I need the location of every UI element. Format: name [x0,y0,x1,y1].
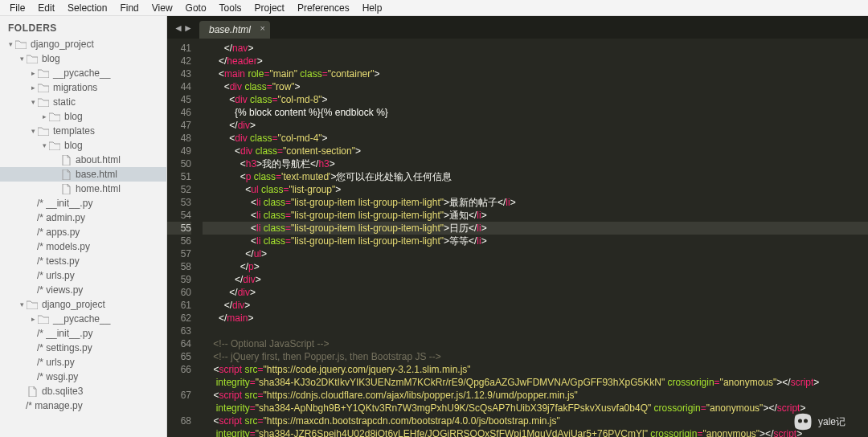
code-line-wrap[interactable]: integrity="sha384-JZR6Spejh4U02d8jOt6vLE… [203,427,868,437]
folder-item-static[interactable]: ▾static [0,95,166,109]
code-line[interactable]: </ul> [203,247,868,260]
folder-item-blog[interactable]: ▾blog [0,51,166,66]
tree-arrow-icon[interactable]: ▸ [29,84,37,92]
file-item--urls-py[interactable]: /* urls.py [0,355,166,370]
tree-label: static [53,96,76,108]
tab-nav-arrows[interactable]: ◄ ► [170,22,196,39]
folder-item-__pycache__[interactable]: ▸__pycache__ [0,312,166,326]
code-line[interactable]: {% block content %}{% endblock %} [203,106,868,119]
source-code[interactable]: </nav> </header> <main role="main" class… [196,39,868,437]
code-line[interactable]: <p class='text-muted'>您可以在此处输入任何信息 [203,170,868,183]
folder-icon [14,39,27,50]
code-line[interactable]: <li class="list-group-item list-group-it… [203,209,868,222]
code-line[interactable]: <h3>我的导航栏</h3> [203,157,868,170]
tree-label: /* urls.py [37,270,75,281]
folder-item-blog[interactable]: ▾blog [0,138,166,153]
menubar: FileEditSelectionFindViewGotoToolsProjec… [0,0,868,16]
tree-label: home.html [76,183,121,194]
code-line[interactable]: <div class="col-md-4"> [203,132,868,145]
folder-item-__pycache__[interactable]: ▸__pycache__ [0,66,166,80]
file-item--__init__-py[interactable]: /* __init__.py [0,196,166,210]
sidebar-title: FOLDERS [0,19,166,37]
file-item--views-py[interactable]: /* views.py [0,283,166,297]
code-line[interactable]: <li class="list-group-item list-group-it… [203,222,868,235]
code-line[interactable]: </header> [203,55,868,67]
file-item-db-sqlite3[interactable]: db.sqlite3 [0,384,166,398]
code-line[interactable]: </div> [203,299,868,312]
menu-tools[interactable]: Tools [213,1,248,15]
file-item--__init__-py[interactable]: /* __init__.py [0,326,166,341]
tree-arrow-icon[interactable]: ▾ [40,141,48,149]
code-line[interactable]: <li class="list-group-item list-group-it… [203,235,868,247]
code-line[interactable]: </p> [203,260,868,273]
tree-arrow-icon[interactable]: ▸ [40,112,48,120]
tree-arrow-icon[interactable]: ▾ [29,98,37,106]
code-line[interactable]: <main role="main" class="container"> [203,67,868,80]
file-item--urls-py[interactable]: /* urls.py [0,268,166,283]
file-item-about-html[interactable]: about.html [0,153,166,167]
file-item--models-py[interactable]: /* models.py [0,239,166,254]
code-line[interactable]: </main> [203,312,868,325]
tree-arrow-icon[interactable]: ▸ [29,315,37,323]
menu-goto[interactable]: Goto [179,1,213,15]
code-line[interactable]: <script src="https://cdnjs.cloudflare.co… [203,389,868,402]
tab-title: base.html [209,24,251,35]
code-line[interactable]: <script src="https://maxcdn.bootstrapcdn… [203,415,868,427]
file-item--apps-py[interactable]: /* apps.py [0,225,166,239]
folder-icon [37,313,50,325]
menu-file[interactable]: File [3,1,31,15]
tree-label: /* settings.py [37,342,92,353]
code-line[interactable]: </div> [203,119,868,132]
tab-next-icon[interactable]: ► [183,22,193,34]
file-item--wsgi-py[interactable]: /* wsgi.py [0,370,166,384]
tab-base-html[interactable]: base.html × [199,21,270,39]
code-line[interactable]: </div> [203,273,868,286]
code-line[interactable]: <li class="list-group-item list-group-it… [203,196,868,209]
menu-help[interactable]: Help [356,1,389,15]
folder-item-migrations[interactable]: ▸migrations [0,80,166,95]
menu-edit[interactable]: Edit [31,1,61,15]
code-line[interactable] [203,325,868,337]
code-line-wrap[interactable]: integrity="sha384-ApNbgh9B+Y1QKtv3Rn7W3m… [203,402,868,415]
file-icon [59,154,72,165]
file-item--manage-py[interactable]: /* manage.py [0,398,166,413]
file-item-base-html[interactable]: base.html [0,167,166,182]
folder-item-django_project[interactable]: ▾django_project [0,37,166,51]
code-line[interactable]: <div class="row"> [203,80,868,93]
tree-label: django_project [31,39,94,50]
file-item-home-html[interactable]: home.html [0,182,166,196]
code-line[interactable]: <div class="col-md-8"> [203,93,868,106]
tree-label: /* manage.py [26,400,83,411]
file-item--admin-py[interactable]: /* admin.py [0,210,166,225]
menu-preferences[interactable]: Preferences [291,1,356,15]
code-area[interactable]: 4142434445464748495051525354555657585960… [167,39,868,437]
code-line[interactable]: </div> [203,286,868,299]
code-line[interactable]: <!-- jQuery first, then Popper.js, then … [203,350,868,363]
folder-item-django_project[interactable]: ▾django_project [0,297,166,312]
file-item--tests-py[interactable]: /* tests.py [0,254,166,268]
code-line[interactable]: <!-- Optional JavaScript --> [203,337,868,350]
code-line[interactable]: <script src="https://code.jquery.com/jqu… [203,363,868,376]
tab-close-icon[interactable]: × [260,23,265,33]
menu-selection[interactable]: Selection [61,1,113,15]
tree-arrow-icon[interactable]: ▾ [18,300,26,308]
tree-label: django_project [42,299,105,310]
tree-label: /* __init__.py [37,328,92,339]
folder-icon [48,140,61,151]
file-item--settings-py[interactable]: /* settings.py [0,341,166,355]
code-line[interactable]: </nav> [203,42,868,55]
folder-item-templates[interactable]: ▾templates [0,124,166,138]
tree-arrow-icon[interactable]: ▾ [6,40,14,48]
code-line-wrap[interactable]: integrity="sha384-KJ3o2DKtIkvYIK3UENzmM7… [203,376,868,389]
tab-prev-icon[interactable]: ◄ [174,22,183,34]
tree-arrow-icon[interactable]: ▸ [29,69,37,77]
menu-view[interactable]: View [145,1,179,15]
code-line[interactable]: <div class="content-section"> [203,145,868,157]
folder-tree: ▾django_project▾blog▸__pycache__▸migrati… [0,37,166,413]
menu-find[interactable]: Find [113,1,145,15]
folder-item-blog[interactable]: ▸blog [0,109,166,124]
menu-project[interactable]: Project [248,1,291,15]
code-line[interactable]: <ul class="list-group"> [203,183,868,196]
tree-arrow-icon[interactable]: ▾ [29,127,37,135]
tree-arrow-icon[interactable]: ▾ [18,55,26,63]
